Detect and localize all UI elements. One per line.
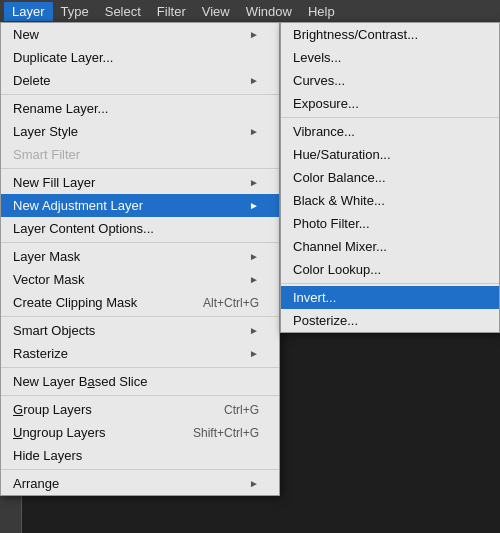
menu-item-new-fill-layer[interactable]: New Fill Layer ►	[1, 171, 279, 194]
submenu-item-brightness-contrast[interactable]: Brightness/Contrast...	[281, 23, 499, 46]
menu-arrow-delete: ►	[249, 75, 259, 86]
adjustment-layer-submenu: Brightness/Contrast... Levels... Curves.…	[280, 22, 500, 333]
menu-item-new-fill-label: New Fill Layer	[13, 175, 95, 190]
submenu-item-invert[interactable]: Invert...	[281, 286, 499, 309]
menu-arrow-arrange: ►	[249, 478, 259, 489]
submenu-item-posterize[interactable]: Posterize...	[281, 309, 499, 332]
menu-item-new-adjustment-layer[interactable]: New Adjustment Layer ►	[1, 194, 279, 217]
menu-item-rename-label: Rename Layer...	[13, 101, 108, 116]
menu-arrow-vector-mask: ►	[249, 274, 259, 285]
submenu-item-black-white[interactable]: Black & White...	[281, 189, 499, 212]
submenu-vibrance-label: Vibrance...	[293, 124, 355, 139]
menu-item-ungroup-layers-label: Ungroup Layers	[13, 425, 106, 440]
submenu-item-photo-filter[interactable]: Photo Filter...	[281, 212, 499, 235]
menu-arrow-layer-mask: ►	[249, 251, 259, 262]
menu-item-hide-layers[interactable]: Hide Layers	[1, 444, 279, 467]
menu-item-smart-filter: Smart Filter	[1, 143, 279, 166]
menu-item-arrange-label: Arrange	[13, 476, 59, 491]
menu-item-hide-layers-label: Hide Layers	[13, 448, 82, 463]
submenu-color-lookup-label: Color Lookup...	[293, 262, 381, 277]
menubar-item-help[interactable]: Help	[300, 2, 343, 21]
submenu-item-hue-saturation[interactable]: Hue/Saturation...	[281, 143, 499, 166]
menu-item-delete[interactable]: Delete ►	[1, 69, 279, 92]
separator-4	[1, 316, 279, 317]
menu-item-rename-layer[interactable]: Rename Layer...	[1, 97, 279, 120]
submenu-photo-filter-label: Photo Filter...	[293, 216, 370, 231]
submenu-item-levels[interactable]: Levels...	[281, 46, 499, 69]
menu-item-rasterize[interactable]: Rasterize ►	[1, 342, 279, 365]
separator-1	[1, 94, 279, 95]
separator-5	[1, 367, 279, 368]
submenu-hue-saturation-label: Hue/Saturation...	[293, 147, 391, 162]
menu-item-group-layers[interactable]: Group Layers Ctrl+G	[1, 398, 279, 421]
submenu-levels-label: Levels...	[293, 50, 341, 65]
menu-item-layer-content-options[interactable]: Layer Content Options...	[1, 217, 279, 240]
submenu-channel-mixer-label: Channel Mixer...	[293, 239, 387, 254]
menu-item-duplicate-layer[interactable]: Duplicate Layer...	[1, 46, 279, 69]
separator-3	[1, 242, 279, 243]
menu-item-layer-mask[interactable]: Layer Mask ►	[1, 245, 279, 268]
menubar-item-type[interactable]: Type	[53, 2, 97, 21]
submenu-item-color-balance[interactable]: Color Balance...	[281, 166, 499, 189]
menu-item-layer-content-label: Layer Content Options...	[13, 221, 154, 236]
layer-menu: New ► Duplicate Layer... Delete ► Rename…	[0, 22, 280, 496]
menu-item-layer-style-label: Layer Style	[13, 124, 78, 139]
menu-item-group-layers-label: Group Layers	[13, 402, 92, 417]
menu-arrow-new-adjustment: ►	[249, 200, 259, 211]
submenu-curves-label: Curves...	[293, 73, 345, 88]
menu-item-arrange[interactable]: Arrange ►	[1, 472, 279, 495]
menu-item-vector-mask[interactable]: Vector Mask ►	[1, 268, 279, 291]
menu-item-smart-filter-label: Smart Filter	[13, 147, 80, 162]
submenu-item-color-lookup[interactable]: Color Lookup...	[281, 258, 499, 281]
menu-item-new-adjustment-label: New Adjustment Layer	[13, 198, 143, 213]
menu-arrow-smart-objects: ►	[249, 325, 259, 336]
submenu-posterize-label: Posterize...	[293, 313, 358, 328]
submenu-item-exposure[interactable]: Exposure...	[281, 92, 499, 115]
menu-shortcut-ungroup-layers: Shift+Ctrl+G	[193, 426, 259, 440]
menu-item-new-label: New	[13, 27, 39, 42]
menubar-item-select[interactable]: Select	[97, 2, 149, 21]
submenu-item-vibrance[interactable]: Vibrance...	[281, 120, 499, 143]
menubar-item-view[interactable]: View	[194, 2, 238, 21]
menu-item-vector-mask-label: Vector Mask	[13, 272, 85, 287]
submenu-separator-2	[281, 283, 499, 284]
menu-item-rasterize-label: Rasterize	[13, 346, 68, 361]
menubar-item-window[interactable]: Window	[238, 2, 300, 21]
menu-item-smart-objects-label: Smart Objects	[13, 323, 95, 338]
menu-item-smart-objects[interactable]: Smart Objects ►	[1, 319, 279, 342]
menubar: Layer Type Select Filter View Window Hel…	[0, 0, 500, 22]
menubar-item-filter[interactable]: Filter	[149, 2, 194, 21]
menu-item-new-layer-based-slice[interactable]: New Layer Based Slice	[1, 370, 279, 393]
menu-item-layer-mask-label: Layer Mask	[13, 249, 80, 264]
menu-shortcut-clipping-mask: Alt+Ctrl+G	[203, 296, 259, 310]
menubar-item-layer[interactable]: Layer	[4, 2, 53, 21]
submenu-color-balance-label: Color Balance...	[293, 170, 386, 185]
separator-2	[1, 168, 279, 169]
menu-item-slice-label: New Layer Based Slice	[13, 374, 147, 389]
menu-item-duplicate-label: Duplicate Layer...	[13, 50, 113, 65]
submenu-item-channel-mixer[interactable]: Channel Mixer...	[281, 235, 499, 258]
menu-item-new[interactable]: New ►	[1, 23, 279, 46]
menu-item-layer-style[interactable]: Layer Style ►	[1, 120, 279, 143]
submenu-exposure-label: Exposure...	[293, 96, 359, 111]
menu-item-create-clipping-mask[interactable]: Create Clipping Mask Alt+Ctrl+G	[1, 291, 279, 314]
menu-item-ungroup-layers[interactable]: Ungroup Layers Shift+Ctrl+G	[1, 421, 279, 444]
menu-item-clipping-mask-label: Create Clipping Mask	[13, 295, 137, 310]
menu-item-delete-label: Delete	[13, 73, 51, 88]
submenu-separator-1	[281, 117, 499, 118]
submenu-item-curves[interactable]: Curves...	[281, 69, 499, 92]
submenu-brightness-contrast-label: Brightness/Contrast...	[293, 27, 418, 42]
menu-arrow-new-fill: ►	[249, 177, 259, 188]
separator-6	[1, 395, 279, 396]
submenu-black-white-label: Black & White...	[293, 193, 385, 208]
menu-arrow-rasterize: ►	[249, 348, 259, 359]
menu-shortcut-group-layers: Ctrl+G	[224, 403, 259, 417]
menu-arrow-new: ►	[249, 29, 259, 40]
submenu-invert-label: Invert...	[293, 290, 336, 305]
separator-7	[1, 469, 279, 470]
menu-arrow-layer-style: ►	[249, 126, 259, 137]
